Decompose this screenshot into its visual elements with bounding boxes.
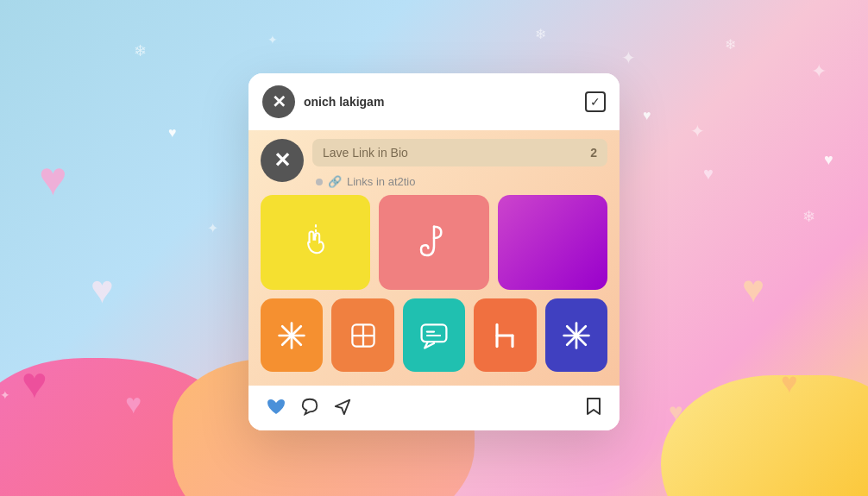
avatar: ✕ xyxy=(262,85,295,118)
spark-icon xyxy=(276,320,307,351)
tile-box[interactable] xyxy=(331,298,393,372)
deco-heart-6: ♥ xyxy=(643,108,651,123)
box-icon xyxy=(348,320,379,351)
deco-snowflake-9: ✦ xyxy=(207,220,218,236)
link-bio-count: 2 xyxy=(590,146,597,160)
tile-spark[interactable] xyxy=(261,298,323,372)
avatar-large-icon: ✕ xyxy=(274,148,291,173)
card-header: ✕ onich lakigam ✓ xyxy=(248,73,620,130)
background-blob-yellow xyxy=(661,375,868,496)
deco-snowflake-6: ✦ xyxy=(811,60,827,83)
tile-x[interactable] xyxy=(545,298,607,372)
link-bio-row[interactable]: Lave Link in Bio 2 xyxy=(312,139,607,166)
chat-icon xyxy=(418,320,450,351)
tile-chat[interactable] xyxy=(403,298,465,372)
link-bio-section: ✕ Lave Link in Bio 2 🔗 Links in at2tio xyxy=(248,130,620,386)
instagram-card: ✕ onich lakigam ✓ ✕ Lave Link in Bio 2 🔗… xyxy=(248,73,620,430)
x-star-icon xyxy=(561,320,592,351)
links-at-row: 🔗 Links in at2tio xyxy=(312,175,607,188)
heart-filled-icon xyxy=(266,397,286,416)
deco-heart-7: ♥ xyxy=(703,164,714,184)
deco-snowflake-5: ❄ xyxy=(725,36,736,53)
tile-hook[interactable] xyxy=(379,195,488,290)
header-left: ✕ onich lakigam xyxy=(262,85,384,118)
action-left xyxy=(266,397,352,419)
comment-icon xyxy=(300,397,319,416)
link-bio-label: Lave Link in Bio xyxy=(323,146,408,160)
hook-icon xyxy=(412,221,456,264)
links-at-text: Links in at2tio xyxy=(347,175,416,188)
deco-snowflake-2: ✦ xyxy=(267,33,278,47)
checkbox-icon[interactable]: ✓ xyxy=(585,91,606,112)
svg-rect-8 xyxy=(422,324,447,342)
link-icon: 🔗 xyxy=(328,175,342,188)
deco-heart-11: ♥ xyxy=(824,151,833,169)
deco-snowflake-4: ✦ xyxy=(621,47,636,68)
avatar-large: ✕ xyxy=(261,139,304,182)
comment-button[interactable] xyxy=(300,397,319,419)
deco-snowflake-1: ❄ xyxy=(134,41,147,60)
app-grid xyxy=(261,195,607,372)
deco-snowflake-7: ❄ xyxy=(802,207,815,226)
save-button[interactable] xyxy=(585,396,602,420)
tile-purple[interactable] xyxy=(498,195,607,290)
action-bar xyxy=(248,386,620,430)
username: onich lakigam xyxy=(304,95,384,109)
bookmark-icon xyxy=(585,396,602,417)
tile-hand[interactable] xyxy=(261,195,370,290)
deco-heart-1: ♥ xyxy=(39,151,67,206)
deco-snowflake-10: ✦ xyxy=(690,121,705,141)
h-icon xyxy=(489,320,520,351)
deco-heart-2: ♥ xyxy=(91,267,114,312)
tile-row-1 xyxy=(261,195,607,290)
deco-heart-5: ♥ xyxy=(168,125,177,141)
share-button[interactable] xyxy=(333,397,352,419)
hand-icon xyxy=(294,221,337,264)
share-icon xyxy=(333,397,352,416)
dot-icon xyxy=(316,179,323,185)
deco-snowflake-3: ❄ xyxy=(535,26,546,42)
like-button[interactable] xyxy=(266,397,286,419)
tile-h[interactable] xyxy=(474,298,536,372)
avatar-icon: ✕ xyxy=(272,91,286,112)
tile-row-2 xyxy=(261,298,607,372)
deco-heart-8: ♥ xyxy=(742,267,764,311)
link-bio-content: Lave Link in Bio 2 🔗 Links in at2tio xyxy=(312,139,607,188)
